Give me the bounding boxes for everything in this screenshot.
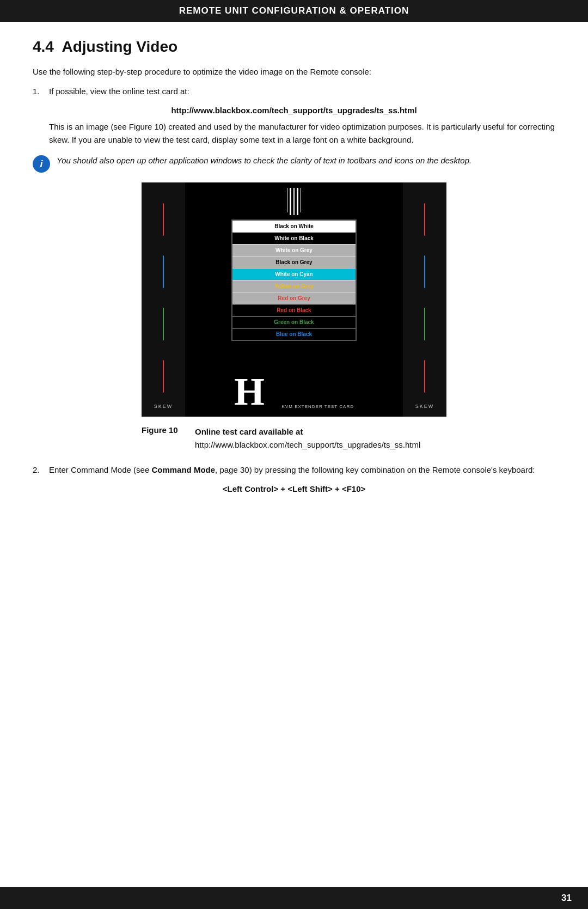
figure-label: Figure 10 bbox=[142, 425, 185, 435]
skew-line-blue-left bbox=[163, 255, 164, 288]
figure-description: Online test card available at http://www… bbox=[195, 425, 420, 452]
align-line-3 bbox=[293, 188, 295, 215]
skew-label-left: SKEW bbox=[154, 404, 173, 409]
color-row-6: Red on Grey bbox=[232, 292, 356, 304]
steps-list: 1. If possible, view the online test car… bbox=[33, 85, 555, 98]
figure-container: SKEW Black on WhiteWhite on BlackWhite o… bbox=[33, 182, 555, 452]
figure-caption-line1: Online test card available at bbox=[195, 425, 420, 438]
skew-line-blue-right bbox=[424, 255, 425, 288]
skew-line-green-left bbox=[163, 308, 164, 340]
section-title: 4.4 Adjusting Video bbox=[33, 38, 555, 56]
color-row-9: Blue on Black bbox=[232, 328, 356, 340]
page-header: REMOTE UNIT CONFIGURATION & OPERATION bbox=[0, 0, 588, 22]
skew-line-red-right bbox=[424, 203, 425, 236]
skew-col-left: SKEW bbox=[142, 182, 185, 417]
align-line-2 bbox=[290, 188, 291, 215]
step-2-text: Enter Command Mode (see Command Mode, pa… bbox=[49, 463, 535, 477]
intro-paragraph: Use the following step-by-step procedure… bbox=[33, 65, 555, 78]
figure-caption: Figure 10 Online test card available at … bbox=[142, 425, 446, 452]
color-row-3: Black on Grey bbox=[232, 257, 356, 269]
kvm-label: KVM EXTENDER TEST CARD bbox=[282, 404, 354, 409]
color-row-8: Green on Black bbox=[232, 316, 356, 328]
main-content: 4.4 Adjusting Video Use the following st… bbox=[0, 22, 588, 542]
skew-lines-right bbox=[424, 193, 425, 393]
skew-line-red-left bbox=[163, 203, 164, 236]
skew-lines-left bbox=[163, 193, 164, 393]
header-title: REMOTE UNIT CONFIGURATION & OPERATION bbox=[179, 5, 409, 16]
figure-caption-line2: http://www.blackbox.com/tech_support/ts_… bbox=[195, 440, 420, 449]
step-1-number: 1. bbox=[33, 85, 49, 98]
step-1-text: If possible, view the online test card a… bbox=[49, 85, 189, 98]
info-note-box: i You should also open up other applicat… bbox=[33, 154, 555, 173]
step-2-list: 2. Enter Command Mode (see Command Mode,… bbox=[33, 463, 555, 477]
page-footer: 31 bbox=[0, 887, 588, 909]
skew-col-right: SKEW bbox=[403, 182, 446, 417]
color-row-0: Black on White bbox=[232, 221, 356, 233]
test-card-center: Black on WhiteWhite on BlackWhite on Gre… bbox=[185, 182, 403, 417]
info-icon: i bbox=[33, 155, 50, 173]
url-display: http://www.blackbox.com/tech_support/ts_… bbox=[33, 106, 555, 115]
test-card-outer: SKEW Black on WhiteWhite on BlackWhite o… bbox=[142, 182, 446, 417]
color-row-7: Red on Black bbox=[232, 304, 356, 316]
page-number: 31 bbox=[561, 893, 572, 903]
skew-line-green-right bbox=[424, 308, 425, 340]
color-card-panel: Black on WhiteWhite on BlackWhite on Gre… bbox=[231, 219, 357, 341]
key-combo-display: <Left Control> + <Left Shift> + <F10> bbox=[33, 484, 555, 493]
color-row-4: White on Cyan bbox=[232, 269, 356, 280]
color-row-2: White on Grey bbox=[232, 245, 356, 257]
info-note-text: You should also open up other applicatio… bbox=[57, 154, 471, 167]
color-row-1: White on Black bbox=[232, 233, 356, 245]
url-description: This is an image (see Figure 10) created… bbox=[49, 120, 555, 147]
align-line-5 bbox=[301, 188, 301, 212]
skew-line-red2-left bbox=[163, 360, 164, 393]
color-row-5: Yellow on Grey bbox=[232, 280, 356, 292]
align-line-1 bbox=[287, 188, 287, 212]
step-2-number: 2. bbox=[33, 463, 49, 477]
skew-label-right: SKEW bbox=[415, 404, 434, 409]
align-line-4 bbox=[297, 188, 298, 215]
step-2: 2. Enter Command Mode (see Command Mode,… bbox=[33, 463, 555, 477]
top-alignment-lines bbox=[287, 188, 301, 215]
skew-line-red2-right bbox=[424, 360, 425, 393]
step-1: 1. If possible, view the online test car… bbox=[33, 85, 555, 98]
h-letter: H bbox=[234, 372, 265, 411]
